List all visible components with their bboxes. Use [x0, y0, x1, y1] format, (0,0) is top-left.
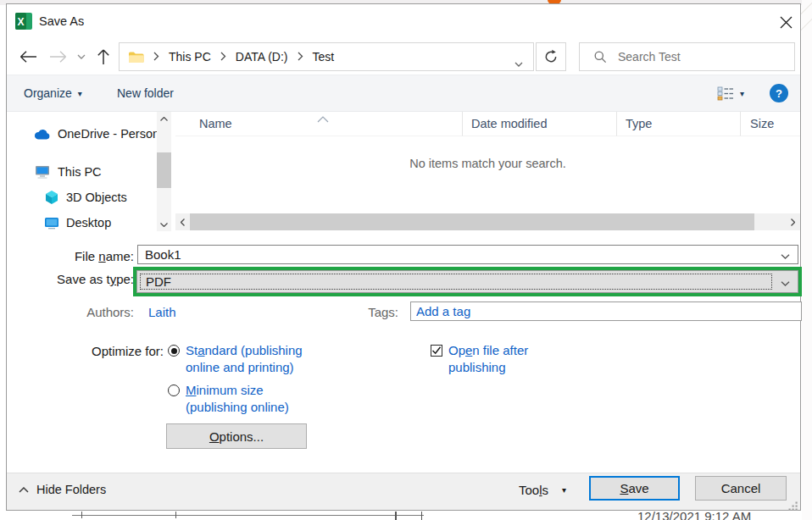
search-input[interactable] [618, 50, 787, 64]
sidebar-item-desktop[interactable]: Desktop [44, 213, 157, 233]
background-gridline [72, 515, 424, 516]
organize-button[interactable]: Organize ▾ [24, 75, 82, 111]
annotation-highlight-box: PDF [133, 267, 802, 296]
column-label: Date modified [471, 117, 547, 130]
file-name-input[interactable] [138, 246, 769, 263]
address-bar[interactable]: This PC DATA (D:) Test [119, 42, 534, 71]
background-gridline [395, 512, 397, 520]
details-view-icon [717, 86, 734, 101]
save-as-dialog: X Save As This PC [6, 3, 801, 511]
refresh-button[interactable] [536, 42, 566, 71]
onedrive-cloud-icon [34, 129, 51, 140]
column-header-date-modified[interactable]: Date modified [463, 112, 617, 136]
view-dropdown-icon: ▾ [740, 89, 744, 98]
back-button[interactable] [17, 40, 39, 74]
help-icon: ? [776, 87, 782, 100]
recent-locations-chevron-icon[interactable] [75, 40, 88, 74]
resize-grip-icon[interactable] [788, 500, 798, 515]
scroll-up-icon[interactable] [157, 112, 171, 125]
organize-label: Organize [24, 86, 72, 100]
new-folder-label: New folder [117, 86, 174, 100]
search-box[interactable] [579, 42, 795, 71]
organize-dropdown-icon: ▾ [78, 89, 82, 98]
breadcrumb-separator-icon [298, 49, 303, 64]
checkbox-open-after-publishing[interactable] [431, 345, 442, 357]
close-icon[interactable] [774, 12, 798, 32]
sort-ascending-icon [317, 111, 329, 126]
sidebar-item-label: 3D Objects [66, 191, 127, 204]
save-as-type-label: Save as type: [7, 272, 134, 286]
column-header-type[interactable]: Type [617, 112, 741, 136]
up-button[interactable] [94, 40, 113, 74]
view-options-button[interactable]: ▾ [717, 75, 744, 111]
authors-value[interactable]: Laith [148, 305, 176, 319]
file-name-label: File name: [7, 249, 134, 263]
chevron-down-icon[interactable] [781, 274, 790, 290]
sidebar-item-3d-objects[interactable]: 3D Objects [44, 187, 157, 207]
empty-list-message: No items match your search. [175, 157, 800, 170]
background-gridline [421, 512, 422, 520]
dialog-title: Save As [39, 4, 84, 38]
svg-text:X: X [17, 16, 24, 28]
chevron-down-icon[interactable] [781, 247, 790, 263]
sidebar-scrollbar[interactable] [157, 112, 171, 231]
radio-standard[interactable] [168, 345, 180, 357]
background-right-strip [802, 0, 812, 520]
column-header-size[interactable]: Size [741, 112, 800, 136]
background-gridline [81, 512, 82, 518]
checkbox-open-after-label[interactable]: Open file after publishing [448, 342, 528, 376]
column-label: Name [199, 117, 232, 130]
breadcrumb-separator-icon [153, 49, 159, 64]
tags-label: Tags: [322, 305, 398, 319]
scroll-right-icon[interactable] [786, 213, 800, 230]
folder-icon [128, 51, 144, 64]
help-button[interactable]: ? [770, 84, 788, 102]
3d-objects-icon [44, 190, 59, 205]
new-folder-button[interactable]: New folder [117, 75, 174, 111]
sidebar-item-onedrive[interactable]: OneDrive - Person [34, 124, 157, 144]
breadcrumb-item-data-drive[interactable]: DATA (D:) [236, 50, 288, 64]
this-pc-icon [34, 165, 51, 180]
sidebar-item-label: This PC [58, 165, 102, 179]
tools-dropdown-icon: ▾ [562, 485, 566, 495]
radio-minimum-size-label[interactable]: Minimum size (publishing online) [186, 382, 289, 416]
command-toolbar: Organize ▾ New folder [7, 75, 800, 112]
file-list-horizontal-scrollbar[interactable] [175, 213, 800, 230]
radio-standard-label[interactable]: Standard (publishing online and printing… [186, 342, 303, 376]
background-gridline [175, 512, 176, 518]
column-label: Size [750, 117, 774, 130]
search-icon [593, 50, 607, 64]
tags-field[interactable] [410, 301, 802, 321]
save-as-type-combobox[interactable]: PDF [136, 270, 798, 293]
tools-button[interactable]: Tools ▾ [519, 483, 566, 497]
horizontal-scrollbar-thumb[interactable] [190, 213, 754, 230]
authors-label: Authors: [7, 305, 134, 319]
desktop-icon [44, 217, 59, 230]
breadcrumb-item-test[interactable]: Test [313, 50, 335, 64]
sidebar-scrollbar-thumb[interactable] [157, 152, 171, 188]
radio-minimum-size[interactable] [168, 384, 180, 396]
cancel-button[interactable]: Cancel [695, 476, 787, 501]
save-button[interactable]: Save [589, 476, 680, 501]
forward-button[interactable] [47, 40, 70, 74]
scroll-left-icon[interactable] [175, 213, 190, 230]
breadcrumb-separator-icon [220, 49, 226, 64]
save-as-type-value: PDF [140, 274, 772, 290]
excel-app-icon: X [15, 13, 32, 30]
breadcrumb-item-this-pc[interactable]: This PC [169, 50, 211, 64]
optimize-for-label: Optimize for: [7, 344, 164, 358]
address-dropdown-chevron-icon[interactable] [514, 55, 523, 70]
screen: 12/13/2021 9:12 AM X Save As [0, 0, 812, 520]
tags-input[interactable] [411, 302, 801, 320]
sidebar-item-label: Desktop [66, 216, 111, 230]
hide-folders-label: Hide Folders [36, 483, 106, 496]
sidebar-item-this-pc[interactable]: This PC [34, 162, 157, 182]
column-label: Type [626, 117, 652, 130]
chevron-up-icon [19, 487, 29, 493]
scroll-down-icon[interactable] [157, 218, 171, 231]
dialog-footer: Hide Folders Tools ▾ Save Cancel [7, 473, 800, 510]
file-name-combobox[interactable] [137, 245, 798, 264]
options-button[interactable]: Options... [166, 423, 307, 449]
hide-folders-button[interactable]: Hide Folders [19, 483, 106, 496]
check-icon [431, 346, 442, 356]
